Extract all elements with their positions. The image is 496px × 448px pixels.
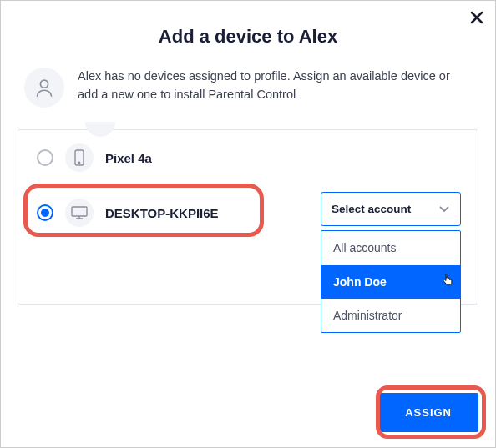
device-row-selected[interactable]: DESKTOP-KKPII6E Select account All accou… xyxy=(18,189,478,237)
avatar xyxy=(24,68,64,108)
close-button[interactable] xyxy=(470,9,483,28)
device-row[interactable]: Pixel 4a xyxy=(18,133,478,182)
device-name: DESKTOP-KKPII6E xyxy=(105,206,219,220)
svg-point-2 xyxy=(78,162,79,163)
radio-unselected[interactable] xyxy=(37,149,53,166)
modal-subtitle: Alex has no devices assigned to profile.… xyxy=(78,68,472,104)
account-select[interactable]: Select account xyxy=(321,192,461,226)
option-label: All accounts xyxy=(333,241,396,254)
close-icon xyxy=(470,11,483,24)
radio-selected[interactable] xyxy=(37,204,53,221)
account-dropdown: All accounts John Doe Administrator xyxy=(321,230,461,333)
option-label: John Doe xyxy=(333,275,387,289)
monitor-icon xyxy=(71,206,88,219)
info-row: Alex has no devices assigned to profile.… xyxy=(18,68,478,108)
device-icon-circle xyxy=(65,199,94,227)
select-placeholder: Select account xyxy=(332,203,411,215)
device-icon-circle xyxy=(65,143,94,172)
device-list-panel: Pixel 4a DESKTOP-KKPII6E Select account … xyxy=(18,129,478,305)
account-select-container: Select account All accounts John Doe Ad xyxy=(321,192,461,226)
svg-point-0 xyxy=(40,80,48,88)
option-label: Administrator xyxy=(333,309,402,322)
assign-button[interactable]: ASSIGN xyxy=(378,393,478,432)
dropdown-option[interactable]: All accounts xyxy=(321,231,460,265)
chevron-down-icon xyxy=(438,205,450,214)
dropdown-option-hovered[interactable]: John Doe xyxy=(321,265,460,299)
svg-rect-3 xyxy=(72,207,87,216)
device-name: Pixel 4a xyxy=(105,151,152,165)
modal-footer: ASSIGN xyxy=(378,393,478,432)
phone-icon xyxy=(74,149,84,166)
person-icon xyxy=(33,77,55,98)
pointer-cursor-icon xyxy=(442,274,453,290)
modal-title: Add a device to Alex xyxy=(18,26,478,48)
dropdown-option[interactable]: Administrator xyxy=(321,299,460,332)
add-device-modal: Add a device to Alex Alex has no devices… xyxy=(1,1,495,447)
